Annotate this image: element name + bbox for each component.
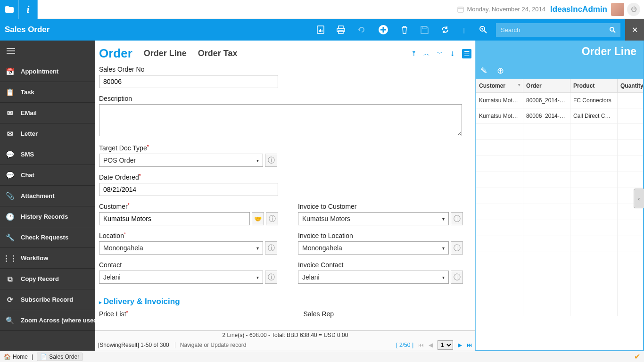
- col-order[interactable]: Order: [523, 79, 570, 93]
- undo-icon[interactable]: [357, 25, 366, 34]
- close-button[interactable]: ✕: [625, 19, 644, 41]
- mail-icon: ✉: [6, 109, 14, 117]
- sidebar-item-copy[interactable]: ⧉Copy Record: [0, 269, 95, 289]
- sales-order-no-input[interactable]: [99, 75, 278, 88]
- sidebar-item-subscribe[interactable]: ⟳Subscribe Record: [0, 289, 95, 310]
- add-icon[interactable]: ⊕: [497, 66, 504, 76]
- breadcrumb-home[interactable]: 🏠 Home: [4, 354, 28, 360]
- info-button[interactable]: i: [19, 0, 38, 19]
- table-row: [476, 156, 644, 172]
- page-title: Sales Order: [5, 25, 50, 34]
- sidebar-item-check-requests[interactable]: 🔧Check Requests: [0, 227, 95, 248]
- table-row: [476, 300, 644, 316]
- info-icon[interactable]: ⓘ: [265, 154, 277, 167]
- col-quantity[interactable]: Quantity: [618, 79, 644, 93]
- table-row: [476, 124, 644, 140]
- menu-toggle[interactable]: [0, 41, 95, 61]
- contact-select[interactable]: Jelani: [99, 271, 263, 284]
- collapse-panel-button[interactable]: ‹: [634, 189, 644, 208]
- sidebar-item-chat[interactable]: 💬Chat: [0, 165, 95, 186]
- find-icon[interactable]: [479, 25, 487, 34]
- invoice-customer-select[interactable]: Kumatsu Motors: [298, 212, 449, 225]
- svg-line-16: [613, 31, 615, 33]
- folder-icon: [5, 6, 14, 13]
- info-icon[interactable]: ⓘ: [265, 271, 277, 284]
- invoice-location-select[interactable]: Monongahela: [298, 241, 449, 255]
- wrench-icon: 🔧: [6, 233, 14, 242]
- table-row: [476, 284, 644, 300]
- svg-line-12: [484, 31, 487, 33]
- info-icon[interactable]: ⓘ: [266, 212, 278, 225]
- date-ordered-label: Date Ordered: [99, 173, 470, 181]
- col-product[interactable]: Product: [570, 79, 618, 93]
- description-label: Description: [99, 95, 470, 102]
- table-row: [476, 204, 644, 220]
- info-icon[interactable]: ⓘ: [265, 241, 277, 255]
- delete-icon[interactable]: [401, 25, 408, 34]
- page-select[interactable]: 1: [438, 340, 453, 350]
- search-button[interactable]: [604, 23, 620, 37]
- invoice-contact-select[interactable]: Jelani: [298, 271, 449, 284]
- order-line-grid: Customer Order Product Quantity Kumatsu …: [476, 79, 643, 350]
- handshake-icon[interactable]: 🤝: [252, 212, 264, 225]
- edit-icon[interactable]: ✎: [480, 66, 487, 76]
- sidebar-item-workflow[interactable]: ⋮⋮Workflow: [0, 248, 95, 269]
- last-page-icon[interactable]: ⏭: [467, 342, 472, 348]
- page-indicator: [ 2/50 ]: [396, 342, 413, 348]
- table-row[interactable]: Kumatsu Motors80006_2014-08-21Call Direc…: [476, 108, 644, 124]
- target-doc-type-select[interactable]: POS Order: [99, 154, 263, 167]
- sidebar-item-sms[interactable]: 💬SMS: [0, 144, 95, 165]
- section-delivery-invoicing[interactable]: Delivery & Invoicing: [99, 297, 470, 306]
- rss-icon: ⟳: [6, 296, 14, 304]
- refresh-icon[interactable]: [441, 25, 449, 34]
- avatar[interactable]: [611, 3, 624, 16]
- breadcrumb-sales-order[interactable]: 📄 Sales Order: [37, 353, 83, 361]
- info-icon[interactable]: ⓘ: [451, 271, 463, 284]
- folder-button[interactable]: [0, 0, 19, 19]
- sidebar-item-history[interactable]: 🕐History Records: [0, 206, 95, 227]
- next-record-icon[interactable]: ﹀: [437, 49, 443, 58]
- info-icon[interactable]: ⓘ: [451, 241, 463, 255]
- tab-order-tax[interactable]: Order Tax: [198, 49, 238, 58]
- power-button[interactable]: ⏻: [627, 3, 640, 16]
- svg-rect-0: [458, 7, 463, 12]
- sidebar-item-appointment[interactable]: 📅Appointment: [0, 61, 95, 82]
- first-page-icon[interactable]: ⏮: [418, 342, 424, 348]
- report-icon[interactable]: [317, 25, 324, 34]
- envelope-icon: ✉: [6, 130, 14, 138]
- sidebar-item-email[interactable]: ✉EMail: [0, 103, 95, 123]
- clipboard-icon: 📋: [6, 88, 14, 97]
- top-bar: i Monday, November 24, 2014 IdeasIncAdmi…: [0, 0, 644, 19]
- print-icon[interactable]: [337, 25, 345, 34]
- customer-input[interactable]: [99, 212, 250, 225]
- last-record-icon[interactable]: ⤓: [450, 50, 455, 58]
- prev-page-icon[interactable]: ◀: [429, 342, 433, 348]
- tab-order[interactable]: Order: [99, 46, 132, 61]
- info-icon[interactable]: ⓘ: [451, 212, 463, 225]
- new-icon[interactable]: [378, 25, 388, 35]
- sidebar-item-task[interactable]: 📋Task: [0, 82, 95, 103]
- price-list-label: Price List: [99, 310, 128, 318]
- next-page-icon[interactable]: ▶: [458, 342, 462, 348]
- prev-record-icon[interactable]: ︿: [423, 49, 430, 58]
- order-form: Sales Order No Description Target Doc Ty…: [95, 64, 475, 330]
- tab-order-line[interactable]: Order Line: [144, 49, 187, 58]
- sidebar-item-letter[interactable]: ✉Letter: [0, 123, 95, 144]
- sales-rep-label: Sales Rep: [303, 310, 334, 318]
- first-record-icon[interactable]: ⤒: [411, 50, 417, 58]
- sms-icon: 💬: [6, 150, 14, 159]
- tab-bar: Order Order Line Order Tax ⤒ ︿ ﹀ ⤓ ☰: [95, 41, 475, 64]
- user-name[interactable]: IdeasIncAdmin: [550, 5, 607, 14]
- col-customer[interactable]: Customer: [476, 79, 523, 93]
- separator: |: [463, 26, 465, 33]
- sidebar-item-zoom-across[interactable]: 🔍Zoom Across (where used): [0, 310, 95, 331]
- location-select[interactable]: Monongahela: [99, 241, 263, 255]
- sidebar-item-attachment[interactable]: 📎Attachment: [0, 186, 95, 206]
- search-input[interactable]: [496, 23, 604, 37]
- list-toggle-icon[interactable]: ☰: [462, 49, 471, 58]
- description-input[interactable]: [99, 104, 462, 136]
- summary-totals: 2 Line(s) - 608.00 - Total: BBD 638.40 =…: [95, 331, 475, 339]
- save-icon[interactable]: [421, 26, 429, 34]
- date-ordered-input[interactable]: [99, 183, 278, 196]
- table-row[interactable]: Kumatsu Motors80006_2014-08-21FC Connect…: [476, 93, 644, 108]
